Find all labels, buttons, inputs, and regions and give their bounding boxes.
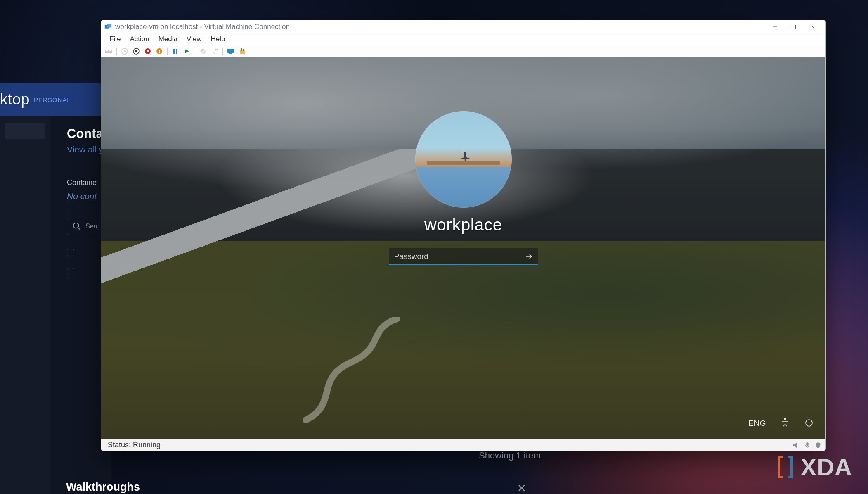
- svg-rect-19: [159, 52, 160, 53]
- status-bar: Status: Running: [101, 439, 825, 451]
- toolbar-separator: [195, 48, 195, 55]
- checkpoint-icon[interactable]: [198, 46, 208, 56]
- power-icon[interactable]: [804, 418, 814, 429]
- vm-connection-window: workplace-vm on localhost - Virtual Mach…: [101, 20, 826, 451]
- accessibility-icon[interactable]: [780, 418, 790, 429]
- security-status-icon: [814, 442, 822, 449]
- close-button[interactable]: [803, 21, 822, 33]
- svg-marker-12: [124, 50, 126, 52]
- start-disabled-icon: [120, 46, 130, 56]
- close-icon[interactable]: ✕: [517, 482, 526, 494]
- toolbar-separator: [167, 48, 168, 55]
- minimize-button[interactable]: [765, 21, 784, 33]
- svg-rect-20: [173, 49, 175, 54]
- svg-rect-21: [176, 49, 178, 54]
- maximize-button[interactable]: [784, 21, 803, 33]
- xda-logo-text: XDA: [801, 453, 852, 481]
- speaker-status-icon: [792, 442, 801, 449]
- svg-rect-8: [105, 50, 112, 53]
- submit-arrow-button[interactable]: [520, 248, 538, 265]
- menu-view[interactable]: View: [182, 34, 206, 44]
- svg-rect-10: [109, 50, 111, 51]
- enhanced-session-icon[interactable]: [226, 46, 236, 56]
- showing-count: Showing 1 item: [479, 450, 541, 461]
- status-text: Status: Running: [104, 441, 164, 449]
- turn-off-icon[interactable]: [131, 46, 141, 56]
- toolbar-separator: [116, 48, 117, 55]
- svg-point-0: [73, 223, 79, 228]
- svg-point-32: [784, 418, 786, 420]
- lock-screen-corner-controls: ENG: [748, 418, 814, 429]
- menu-media[interactable]: Media: [154, 34, 182, 44]
- mic-status-icon: [803, 442, 811, 449]
- user-avatar: [415, 111, 512, 208]
- menu-action[interactable]: Action: [125, 34, 153, 44]
- svg-rect-29: [241, 48, 242, 51]
- share-icon[interactable]: [237, 46, 247, 56]
- window-title: workplace-vm on localhost - Virtual Mach…: [115, 23, 765, 31]
- background-app-sidebar: [0, 116, 50, 494]
- window-titlebar: workplace-vm on localhost - Virtual Mach…: [101, 20, 825, 33]
- svg-rect-3: [107, 24, 111, 27]
- background-app-window: ktop PERSONAL Contain View all yo Contai…: [0, 83, 111, 494]
- background-app-edition-badge: PERSONAL: [34, 96, 71, 103]
- svg-marker-25: [215, 48, 217, 51]
- password-input[interactable]: [389, 248, 538, 265]
- xda-watermark: XDA: [776, 453, 852, 481]
- ctrl-alt-del-icon[interactable]: [104, 46, 114, 56]
- sidebar-item-selected[interactable]: [5, 123, 45, 139]
- ribbon-area: File Action Media View Help: [101, 33, 825, 57]
- menu-help[interactable]: Help: [207, 34, 229, 44]
- save-state-icon[interactable]: [154, 46, 164, 56]
- svg-rect-14: [135, 50, 137, 52]
- svg-rect-30: [243, 49, 244, 51]
- checkbox[interactable]: [67, 249, 74, 256]
- revert-icon[interactable]: [210, 46, 220, 56]
- reset-icon[interactable]: [182, 46, 192, 56]
- search-placeholder: Sea: [85, 223, 97, 230]
- menu-bar: File Action Media View Help: [101, 33, 825, 45]
- search-icon: [72, 222, 81, 231]
- menu-file[interactable]: File: [105, 34, 125, 44]
- vm-display[interactable]: workplace ENG: [101, 57, 825, 439]
- svg-point-16: [147, 50, 149, 52]
- login-panel: workplace: [375, 111, 552, 265]
- menu-file-rest: ile: [114, 35, 121, 43]
- username-label: workplace: [375, 215, 552, 235]
- walkthroughs-heading: Walkthroughs: [66, 481, 140, 494]
- background-app-logo-text: ktop: [0, 91, 30, 108]
- toolbar-separator: [222, 48, 223, 55]
- toolbar: [101, 45, 825, 57]
- svg-rect-24: [202, 50, 206, 54]
- svg-line-1: [78, 228, 80, 230]
- svg-rect-36: [806, 442, 808, 446]
- bracket-icon: [776, 456, 795, 479]
- checkbox[interactable]: [67, 268, 74, 276]
- background-app-titlebar: ktop PERSONAL: [0, 83, 111, 116]
- svg-rect-9: [106, 50, 108, 51]
- vm-app-icon: [104, 24, 112, 30]
- pause-icon[interactable]: [170, 46, 180, 56]
- password-field-wrap: [389, 248, 538, 265]
- svg-marker-35: [793, 442, 797, 448]
- svg-rect-28: [240, 50, 245, 54]
- svg-marker-22: [185, 49, 189, 53]
- svg-rect-18: [159, 50, 160, 52]
- svg-rect-5: [792, 25, 796, 28]
- input-language-button[interactable]: ENG: [748, 419, 766, 428]
- svg-rect-26: [227, 49, 234, 53]
- svg-rect-27: [229, 53, 232, 54]
- shutdown-icon[interactable]: [143, 46, 153, 56]
